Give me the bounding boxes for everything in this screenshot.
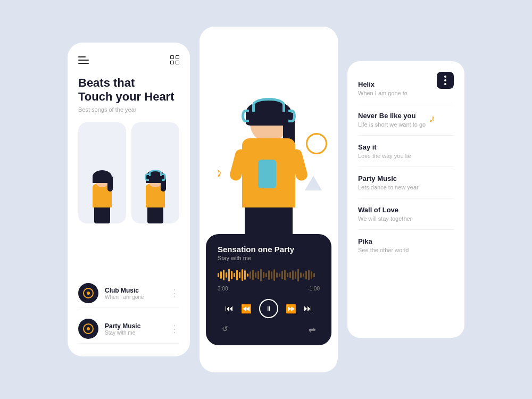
time-row: 3:00 -1:00: [218, 286, 320, 292]
song-desc: Lets dance to new year: [358, 184, 454, 190]
vinyl-icon: [83, 288, 94, 298]
song-desc: Love the way you lie: [358, 153, 454, 159]
track-sub: When I am gone: [105, 294, 163, 300]
track-thumb: [78, 319, 98, 339]
vinyl-icon: [83, 323, 94, 334]
home-screen-card: Beats that Touch your Heart Best songs o…: [68, 43, 190, 356]
player-artist: Stay with me: [218, 255, 320, 261]
song-item[interactable]: Never Be like you Life is short we want …: [358, 104, 454, 136]
banner-2[interactable]: [131, 122, 179, 223]
waveform[interactable]: [218, 268, 320, 282]
track-info: Club Music When I am gone: [105, 287, 163, 300]
grid-view-icon[interactable]: [170, 55, 179, 64]
deco-triangle: [305, 176, 322, 190]
banner-row: [78, 122, 179, 223]
player-controls-box: Sensation one Party Stay with me: [206, 234, 331, 345]
track-item[interactable]: Party Music Stay with me ⋮: [78, 314, 179, 344]
skip-forward-button[interactable]: ⏭: [304, 304, 312, 313]
song-title: Wall of Love: [358, 206, 454, 214]
deco-circle: [306, 133, 327, 154]
fast-forward-button[interactable]: ⏩: [286, 304, 296, 314]
player-screen-card: ♪ Sensation one Party Stay with me: [200, 27, 338, 372]
song-desc: Life is short we want to go: [358, 121, 454, 128]
shuffle-icon[interactable]: ⇌: [309, 325, 315, 335]
track-item[interactable]: Club Music When I am gone ⋮: [78, 279, 179, 308]
card1-header: [78, 55, 179, 64]
player-song-title: Sensation one Party: [218, 245, 320, 254]
track-sub: Stay with me: [105, 330, 163, 336]
bottom-icons-row: ↺ ⇌: [218, 318, 320, 335]
song-item[interactable]: Pika See the other world: [358, 230, 454, 261]
track-name: Party Music: [105, 322, 163, 330]
song-title: Say it: [358, 143, 454, 151]
song-item[interactable]: Say it Love the way you lie: [358, 136, 454, 167]
time-current: 3:00: [218, 286, 228, 292]
song-desc: When I am gone to: [358, 90, 454, 96]
song-desc: See the other world: [358, 247, 454, 253]
illustration-figure: [242, 104, 295, 250]
track-options[interactable]: ⋮: [170, 287, 179, 299]
song-title: Party Music: [358, 174, 454, 182]
play-pause-button[interactable]: ⏸: [259, 299, 278, 318]
subtitle: Best songs of the year: [78, 106, 179, 113]
track-options[interactable]: ⋮: [170, 323, 179, 335]
headline: Beats that Touch your Heart: [78, 76, 179, 104]
playback-controls: ⏮ ⏪ ⏸ ⏩ ⏭: [218, 299, 320, 318]
time-remaining: -1:00: [307, 286, 320, 292]
song-list-card: Helix When I am gone to Never Be like yo…: [347, 61, 464, 338]
skip-back-button[interactable]: ⏮: [225, 304, 234, 313]
rewind-button[interactable]: ⏪: [241, 304, 252, 314]
track-info: Party Music Stay with me: [105, 322, 163, 336]
track-thumb: [78, 283, 98, 303]
song-item[interactable]: Wall of Love We will stay together: [358, 198, 454, 230]
song-desc: We will stay together: [358, 215, 454, 222]
repeat-icon[interactable]: ↺: [222, 325, 228, 335]
player-illustration: ♪: [200, 27, 338, 250]
track-list: Club Music When I am gone ⋮ Party Music …: [78, 279, 179, 344]
banner-1[interactable]: [78, 122, 126, 223]
card3-menu-button[interactable]: [437, 72, 454, 89]
hamburger-menu[interactable]: [78, 56, 89, 64]
song-item[interactable]: Party Music Lets dance to new year: [358, 167, 454, 198]
song-title: Pika: [358, 237, 454, 245]
song-title: Never Be like you: [358, 112, 454, 120]
track-name: Club Music: [105, 287, 163, 294]
song-list: Helix When I am gone to Never Be like yo…: [358, 73, 454, 261]
deco-music-note: ♪: [213, 164, 225, 180]
